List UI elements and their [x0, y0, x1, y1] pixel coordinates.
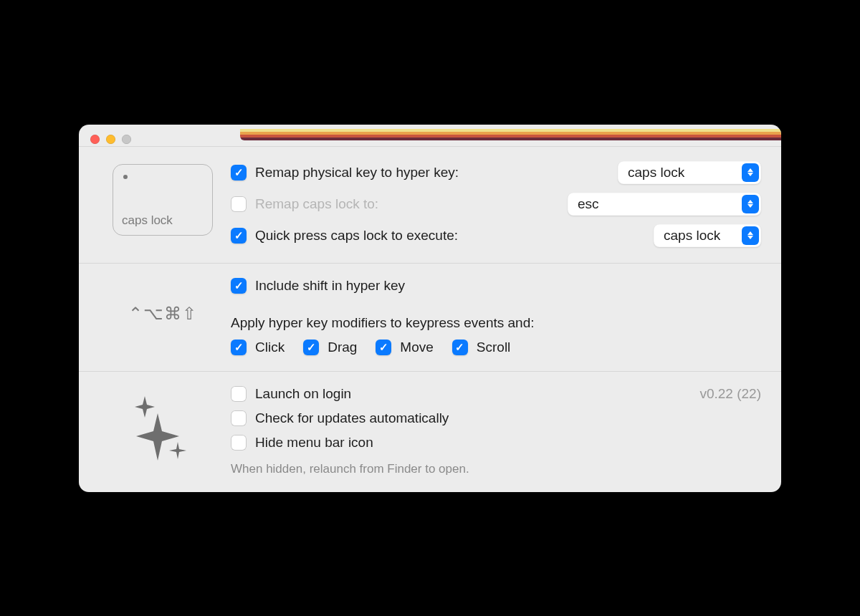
app-version: v0.22 (22) — [699, 386, 761, 402]
traffic-lights — [90, 135, 131, 144]
hyper-source-select[interactable]: caps lock — [618, 161, 761, 184]
sparkle-icon — [130, 392, 195, 463]
launch-on-login-checkbox[interactable] — [231, 386, 247, 402]
capslock-target-select-value: esc — [578, 196, 599, 212]
remap-section: caps lock Remap physical key to hyper ke… — [79, 146, 781, 263]
check-updates-checkbox[interactable] — [231, 410, 247, 426]
quick-press-action-select-value: caps lock — [664, 228, 720, 244]
app-section: Launch on login v0.22 (22) Check for upd… — [79, 371, 781, 492]
apply-move-label: Move — [400, 340, 433, 355]
hide-menubar-icon-checkbox[interactable] — [231, 435, 247, 451]
decorative-stripes — [240, 129, 781, 140]
hyper-source-select-value: caps lock — [628, 165, 684, 181]
quick-press-checkbox[interactable] — [231, 228, 247, 244]
remap-to-hyper-label: Remap physical key to hyper key: — [255, 165, 609, 181]
preferences-window: caps lock Remap physical key to hyper ke… — [79, 125, 781, 492]
keycap-led-icon — [123, 175, 128, 179]
include-shift-checkbox[interactable] — [231, 278, 247, 294]
close-window-button[interactable] — [90, 135, 100, 144]
quick-press-action-select[interactable]: caps lock — [654, 224, 761, 247]
apply-scroll-label: Scroll — [477, 340, 511, 355]
chevron-updown-icon — [742, 195, 759, 213]
apply-click-checkbox[interactable] — [231, 340, 247, 355]
keycap-graphic: caps lock — [113, 164, 213, 236]
apply-move-checkbox[interactable] — [376, 340, 391, 355]
launch-on-login-label: Launch on login — [255, 386, 351, 402]
check-updates-label: Check for updates automatically — [255, 410, 449, 426]
apply-drag-checkbox[interactable] — [303, 340, 319, 355]
capslock-target-select[interactable]: esc — [568, 193, 761, 216]
modifiers-section: ⌃⌥⌘⇧ Include shift in hyper key Apply hy… — [79, 263, 781, 371]
hide-menubar-hint: When hidden, relaunch from Finder to ope… — [231, 462, 761, 476]
remap-capslock-to-checkbox[interactable] — [231, 196, 247, 212]
apply-click-label: Click — [255, 340, 285, 355]
chevron-updown-icon — [742, 163, 759, 182]
apply-drag-label: Drag — [328, 340, 357, 355]
apply-scroll-checkbox[interactable] — [452, 340, 468, 355]
titlebar — [79, 125, 781, 146]
quick-press-label: Quick press caps lock to execute: — [255, 228, 645, 244]
chevron-updown-icon — [742, 226, 759, 245]
modifier-glyphs-icon: ⌃⌥⌘⇧ — [128, 304, 197, 324]
minimize-window-button[interactable] — [106, 135, 115, 144]
remap-capslock-to-label: Remap caps lock to: — [255, 196, 378, 212]
zoom-window-button[interactable] — [122, 135, 131, 144]
apply-modifiers-label: Apply hyper key modifiers to keypress ev… — [231, 315, 761, 331]
keycap-label: caps lock — [122, 213, 173, 228]
include-shift-label: Include shift in hyper key — [255, 278, 405, 294]
remap-to-hyper-checkbox[interactable] — [231, 165, 247, 181]
hide-menubar-icon-label: Hide menu bar icon — [255, 435, 373, 451]
